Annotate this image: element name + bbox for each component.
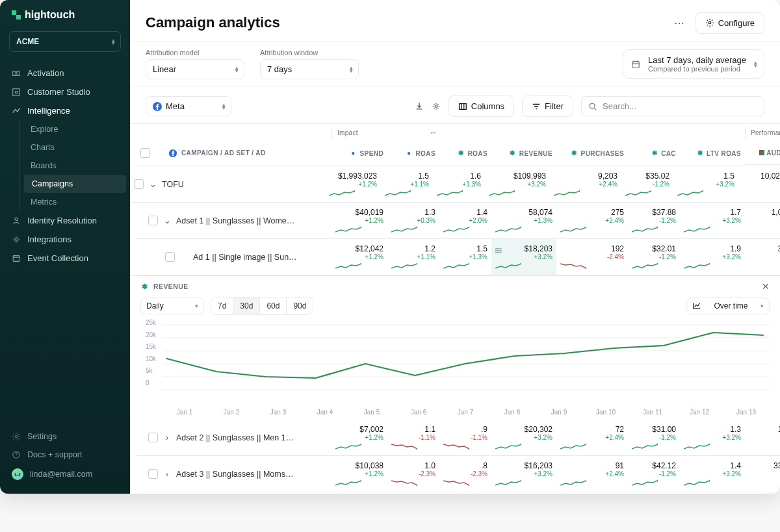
filter-label: Attribution window	[260, 49, 359, 57]
nav-label: Customer Studio	[27, 87, 90, 97]
filter-group-left: Attribution model Linear ▴▾ Attribution …	[146, 49, 359, 79]
sidebar-user[interactable]: LJ linda@email.com	[0, 464, 130, 485]
download-icon[interactable]	[415, 102, 424, 111]
sidebar-item-integrations[interactable]: Integrations	[0, 230, 130, 249]
metric-cell: ≋ $18,203 +3.2%	[491, 239, 556, 275]
attribution-window-select[interactable]: 7 days ▴▾	[260, 59, 359, 79]
facebook-icon: ●	[404, 149, 413, 158]
svg-rect-10	[632, 61, 640, 68]
sidebar-item-activation[interactable]: Activation	[0, 64, 130, 82]
user-email: linda@email.com	[30, 470, 92, 479]
table-row[interactable]: ⌄ TOFU $1,993,023 +1.2% 1.5 +1.1% 1.6 +1…	[130, 166, 780, 203]
row-label: Ad 1 || Single image || Sun…	[193, 253, 297, 262]
metric-cell: 58,074 +1.3%	[491, 203, 556, 239]
nav-label: Event Collection	[27, 253, 88, 263]
facebook-icon: ●	[348, 149, 358, 158]
granularity-select[interactable]: Daily ▾	[140, 298, 204, 314]
identity-icon	[12, 216, 21, 225]
main-content: Campaign analytics ⋯ Configure Attributi…	[130, 0, 780, 494]
search-input[interactable]: Search...	[581, 96, 764, 116]
metric-cell: 1.5 +1.1%	[381, 166, 433, 203]
gear-icon	[705, 18, 714, 27]
ht-metric-icon: ✱	[508, 149, 517, 158]
sidebar-sub-explore[interactable]: Explore	[20, 120, 130, 138]
svg-point-3	[15, 91, 18, 94]
sidebar-item-identity[interactable]: Identity Resolution	[0, 211, 130, 230]
chevron-right-icon[interactable]: ›	[163, 433, 171, 442]
checkbox[interactable]	[134, 179, 144, 189]
metric-cell: 1.5 +3.2%	[673, 166, 738, 203]
svg-rect-0	[13, 71, 16, 75]
table-row[interactable]: Ad 1 || Single image || Sun… $12,042 +1.…	[130, 239, 780, 275]
metric-cell: 1.7 +3.2%	[680, 203, 745, 239]
chevron-updown-icon: ▴▾	[350, 66, 352, 72]
collapse-icon[interactable]: ⤢	[428, 129, 437, 138]
period-toggle[interactable]: 7d 30d 60d 90d	[211, 297, 313, 315]
table-row[interactable]: ⌄ Adset 1 || Sunglasses || Wome… $40,019…	[130, 203, 780, 239]
checkbox[interactable]	[148, 469, 158, 479]
nav-label: Identity Resolution	[27, 216, 97, 225]
overtime-select[interactable]: Over time ▾	[686, 298, 770, 314]
org-switcher[interactable]: ACME ▴▾	[9, 31, 121, 52]
period-60d[interactable]: 60d	[260, 298, 287, 314]
checkbox[interactable]	[165, 252, 175, 262]
filter-attribution-model: Attribution model Linear ▴▾	[146, 49, 244, 79]
svg-point-14	[590, 103, 595, 108]
chevron-updown-icon: ▴▾	[754, 61, 756, 67]
chevron-updown-icon: ▴▾	[222, 103, 224, 109]
columns-button[interactable]: Columns	[448, 95, 514, 117]
sidebar-sub-metrics[interactable]: Metrics	[20, 193, 130, 211]
table-row[interactable]: › Adset 2 || Sunglasses || Men 1… $7,002…	[130, 420, 780, 456]
period-30d[interactable]: 30d	[233, 298, 260, 314]
metric-cell: 1.4 +3.2%	[680, 456, 745, 492]
chevron-down-icon[interactable]: ⌄	[149, 179, 157, 189]
attribution-model-select[interactable]: Linear ▴▾	[146, 59, 244, 79]
metric-cell: 275 +2.4%	[556, 203, 628, 239]
configure-button[interactable]: Configure	[696, 12, 764, 34]
sidebar-item-intelligence[interactable]: Intelligence	[0, 101, 130, 120]
date-range-picker[interactable]: Last 7 days, daily average Compared to p…	[623, 49, 764, 79]
source-value: Meta	[166, 101, 185, 111]
col-ltvroas[interactable]: LTV ROAS	[707, 149, 741, 157]
col-spend[interactable]: SPEND	[360, 149, 384, 157]
sidebar-settings[interactable]: Settings	[0, 427, 130, 446]
metric-cell: 1.0 -2.3%	[387, 456, 439, 492]
chevron-down-icon[interactable]: ⌄	[163, 216, 171, 225]
filter-button[interactable]: Filter	[522, 95, 573, 117]
checkbox-all[interactable]	[140, 148, 150, 158]
integrations-icon	[12, 235, 21, 244]
period-90d[interactable]: 90d	[287, 298, 313, 314]
row-label: Adset 2 || Sunglasses || Men 1…	[176, 433, 294, 442]
revenue-line-chart-svg	[143, 322, 770, 406]
metric-cell: $10,038 +1.2%	[332, 456, 387, 492]
period-7d[interactable]: 7d	[211, 298, 233, 314]
ht-metric-icon: ✱	[456, 149, 465, 158]
checkbox[interactable]	[148, 433, 158, 442]
chart-y-axis: 25k 20k 15k 10k 5k 0	[146, 319, 156, 386]
avatar: LJ	[12, 468, 23, 480]
sidebar-sub-campaigns[interactable]: Campaigns	[24, 175, 126, 193]
settings-icon[interactable]	[432, 102, 441, 111]
col-cac[interactable]: CAC	[661, 149, 676, 157]
col-revenue[interactable]: REVENUE	[519, 149, 552, 157]
close-icon[interactable]: ✕	[762, 281, 770, 292]
checkbox[interactable]	[148, 216, 158, 225]
filter-label: Attribution model	[146, 49, 244, 57]
col-roas2[interactable]: ROAS	[468, 149, 488, 157]
col-audience[interactable]: AUDIEN	[766, 149, 780, 157]
svg-rect-1	[17, 71, 20, 75]
table-row[interactable]: › Adset 3 || Sunglasses || Moms… $10,038…	[130, 456, 780, 492]
source-select[interactable]: Meta ▴▾	[146, 96, 231, 116]
row-label: Adset 1 || Sunglasses || Wome…	[176, 216, 294, 225]
sidebar-sub-charts[interactable]: Charts	[20, 138, 130, 157]
chevron-updown-icon: ▴▾	[235, 66, 237, 72]
chevron-right-icon[interactable]: ›	[163, 470, 171, 479]
metric-cell: 1.2 +1.1%	[387, 239, 439, 275]
sidebar-item-customer-studio[interactable]: Customer Studio	[0, 82, 130, 101]
col-roas1[interactable]: ROAS	[416, 149, 436, 157]
sidebar-docs[interactable]: Docs + support	[0, 446, 130, 464]
sidebar-item-event-collection[interactable]: Event Collection	[0, 249, 130, 268]
more-icon[interactable]: ⋯	[668, 12, 690, 34]
sidebar-sub-boards[interactable]: Boards	[20, 157, 130, 175]
col-purchases[interactable]: PURCHASES	[581, 149, 624, 157]
